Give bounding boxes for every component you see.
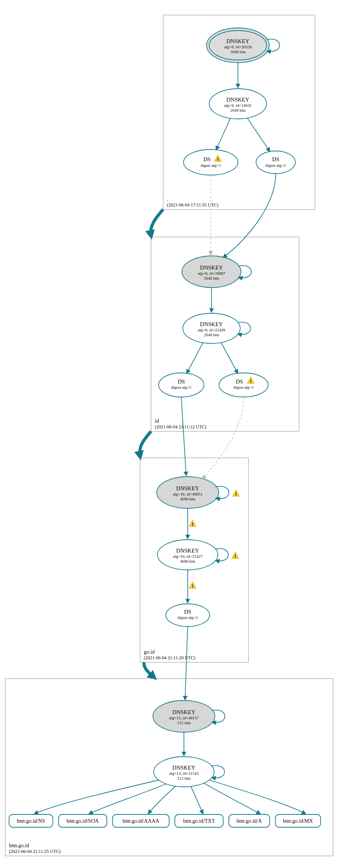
- node-bnn-ksk: DNSKEY alg=13, id=46157 512 bits: [153, 700, 215, 732]
- rrset-mx: bnn.go.id/MX: [275, 814, 321, 827]
- warning-icon: !: [189, 520, 196, 527]
- rrset-aaaa: bnn.go.id/AAAA: [113, 814, 169, 827]
- svg-point-15: [256, 151, 295, 174]
- node-goid-ksk: DNSKEY alg=10, id=48051 4096 bits: [157, 477, 219, 508]
- svg-text:alg=13, id=46157: alg=13, id=46157: [169, 716, 199, 720]
- svg-point-10: [184, 149, 238, 175]
- svg-text:alg=8, id=20326: alg=8, id=20326: [224, 45, 252, 49]
- node-id-ds1: DS digest alg=2: [159, 373, 204, 397]
- svg-text:bnn.go.id/AAAA: bnn.go.id/AAAA: [122, 818, 159, 824]
- svg-text:alg=8, id=22449: alg=8, id=22449: [198, 328, 225, 332]
- svg-text:DNSKEY: DNSKEY: [227, 38, 250, 44]
- zone-id: id (2021-06-04 21:11:12 UTC) DNSKEY alg=…: [151, 174, 299, 431]
- svg-text:digest alg=1: digest alg=1: [233, 385, 254, 389]
- svg-text:DNSKEY: DNSKEY: [176, 548, 199, 554]
- svg-text:alg=10, id=25427: alg=10, id=25427: [173, 554, 203, 559]
- zone-goid-label: go.id: [144, 649, 154, 655]
- zone-arrow-root-to-id: [151, 209, 163, 236]
- svg-text:2048 bits: 2048 bits: [230, 108, 246, 112]
- node-id-ksk: DNSKEY alg=8, id=26887 2048 bits: [182, 256, 241, 288]
- svg-text:alg=8, id=14631: alg=8, id=14631: [224, 103, 252, 108]
- svg-text:bnn.go.id/A: bnn.go.id/A: [237, 818, 262, 824]
- svg-text:!: !: [192, 522, 193, 527]
- zone-root: . (2021-06-04 17:11:55 UTC) DNSKEY alg=8…: [163, 15, 315, 209]
- svg-text:bnn.go.id/SOA: bnn.go.id/SOA: [67, 818, 99, 824]
- svg-text:DNSKEY: DNSKEY: [176, 485, 199, 491]
- node-id-ds2: DS digest alg=1 !: [219, 373, 268, 397]
- svg-text:DNSKEY: DNSKEY: [227, 97, 250, 103]
- rrset-a: bnn.go.id/A: [229, 814, 270, 827]
- node-goid-zsk: DNSKEY alg=10, id=25427 4096 bits: [157, 540, 218, 570]
- rrset-ns: bnn.go.id/NS: [9, 814, 53, 827]
- rrset-txt: bnn.go.id/TXT: [175, 814, 223, 827]
- svg-text:2048 bits: 2048 bits: [204, 276, 219, 280]
- zone-id-label: id: [155, 418, 159, 424]
- svg-text:!: !: [217, 157, 219, 162]
- warning-icon: !: [189, 582, 196, 589]
- svg-text:4096 bits: 4096 bits: [180, 497, 196, 501]
- svg-text:2048 bits: 2048 bits: [204, 332, 219, 337]
- svg-text:DS: DS: [272, 156, 279, 162]
- node-root-zsk: DNSKEY alg=8, id=14631 2048 bits: [209, 89, 267, 119]
- svg-text:bnn.go.id/MX: bnn.go.id/MX: [283, 818, 313, 824]
- svg-text:DS: DS: [203, 156, 210, 162]
- zone-goid: go.id (2021-06-04 21:11:20 UTC) DNSKEY a…: [140, 397, 248, 662]
- zone-goid-timestamp: (2021-06-04 21:11:20 UTC): [144, 655, 195, 660]
- svg-text:digest alg=1: digest alg=1: [201, 163, 221, 168]
- zone-bnn: bnn.go.id (2021-06-04 21:11:25 UTC) DNSK…: [5, 626, 333, 856]
- zone-id-timestamp: (2021-06-04 21:11:12 UTC): [155, 424, 206, 429]
- svg-text:DNSKEY: DNSKEY: [173, 765, 196, 771]
- node-goid-ds: DS digest alg=2: [166, 604, 210, 626]
- svg-text:bnn.go.id/TXT: bnn.go.id/TXT: [183, 818, 215, 824]
- svg-text:DS: DS: [177, 379, 185, 385]
- zone-arrow-goid-to-bnn: [144, 662, 154, 677]
- svg-text:DNSKEY: DNSKEY: [200, 321, 223, 327]
- warning-icon: !: [232, 552, 239, 559]
- node-root-ksk: DNSKEY alg=8, id=20326 2048 bits: [207, 28, 269, 63]
- svg-text:DNSKEY: DNSKEY: [200, 265, 223, 271]
- warning-icon: !: [233, 490, 239, 497]
- zone-bnn-timestamp: (2021-06-04 21:11:25 UTC): [9, 849, 60, 854]
- zone-arrow-id-to-goid: [140, 431, 151, 457]
- svg-text:!: !: [235, 554, 236, 559]
- svg-text:alg=10, id=48051: alg=10, id=48051: [173, 492, 202, 496]
- zone-root-label: .: [167, 196, 168, 202]
- svg-text:digest alg=2: digest alg=2: [171, 385, 191, 389]
- svg-text:4096 bits: 4096 bits: [180, 559, 196, 563]
- node-root-ds1: DS digest alg=1 !: [184, 149, 238, 175]
- svg-text:digest alg=2: digest alg=2: [265, 163, 286, 168]
- svg-text:bnn.go.id/NS: bnn.go.id/NS: [17, 818, 45, 824]
- svg-text:!: !: [250, 379, 252, 384]
- svg-text:DS: DS: [184, 609, 191, 615]
- svg-text:DNSKEY: DNSKEY: [173, 709, 196, 715]
- svg-text:512 bits: 512 bits: [177, 776, 190, 780]
- rrset-soa: bnn.go.id/SOA: [59, 814, 107, 827]
- node-bnn-zsk: DNSKEY alg=13, id=11543 512 bits: [154, 757, 214, 787]
- svg-text:512 bits: 512 bits: [177, 720, 190, 725]
- zone-bnn-label: bnn.go.id: [9, 843, 29, 848]
- svg-text:alg=8, id=26887: alg=8, id=26887: [198, 271, 225, 275]
- svg-text:DS: DS: [236, 379, 243, 385]
- dnssec-graph: . (2021-06-04 17:11:55 UTC) DNSKEY alg=8…: [0, 0, 338, 868]
- node-root-ds2: DS digest alg=2: [256, 151, 295, 174]
- node-id-zsk: DNSKEY alg=8, id=22449 2048 bits: [183, 313, 240, 343]
- svg-text:2048 bits: 2048 bits: [230, 49, 246, 54]
- svg-text:digest alg=2: digest alg=2: [177, 615, 198, 620]
- svg-text:!: !: [235, 491, 237, 497]
- svg-text:alg=13, id=11543: alg=13, id=11543: [169, 771, 199, 776]
- svg-text:!: !: [192, 583, 193, 589]
